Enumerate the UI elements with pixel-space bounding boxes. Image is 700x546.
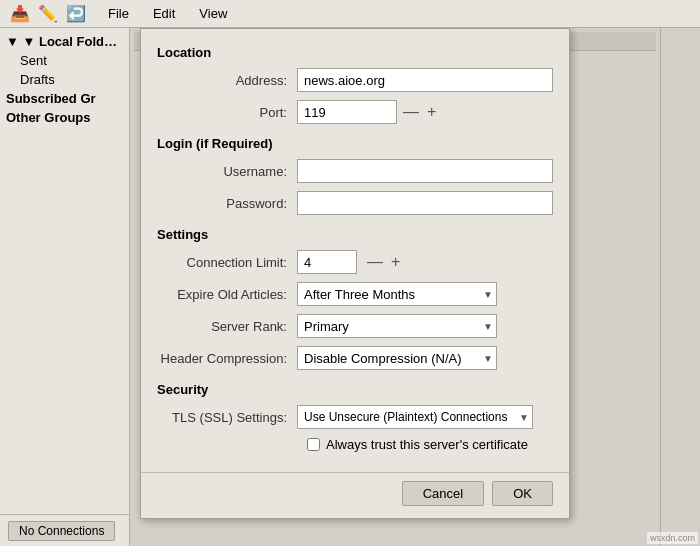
location-section-title: Location	[157, 45, 553, 60]
get-messages-icon[interactable]: 📥	[8, 2, 32, 26]
server-rank-control: Primary Secondary Disabled ▼	[297, 314, 553, 338]
menu-edit[interactable]: Edit	[145, 4, 183, 23]
password-row: Password:	[157, 191, 553, 215]
sidebar-item-subscribed[interactable]: Subscribed Gr	[0, 89, 129, 108]
address-control	[297, 68, 553, 92]
username-input[interactable]	[297, 159, 553, 183]
server-rank-select[interactable]: Primary Secondary Disabled	[297, 314, 497, 338]
tls-row: TLS (SSL) Settings: Use Unsecure (Plaint…	[157, 405, 553, 429]
port-control: — +	[297, 100, 553, 124]
tls-select-wrapper: Use Unsecure (Plaintext) Connections Use…	[297, 405, 533, 429]
sidebar: ▼ ▼ Local Folders Sent Drafts Subscribed…	[0, 28, 130, 546]
header-compression-control: Disable Compression (N/A) Enable Compres…	[297, 346, 553, 370]
folder-toggle-icon: ▼	[6, 34, 22, 49]
folder-tree: ▼ ▼ Local Folders Sent Drafts Subscribed…	[0, 28, 129, 514]
server-rank-row: Server Rank: Primary Secondary Disabled …	[157, 314, 553, 338]
expire-old-select-wrapper: Never After One Day After One Week After…	[297, 282, 497, 306]
port-row: Port: — +	[157, 100, 553, 124]
no-connections-button[interactable]: No Connections	[8, 521, 115, 541]
password-input[interactable]	[297, 191, 553, 215]
app-window: 📥 ✏️ ↩️ File Edit View ▼ ▼ Local Folders…	[0, 0, 700, 546]
connection-limit-decrement-button[interactable]: —	[365, 253, 385, 271]
always-trust-checkbox[interactable]	[307, 438, 320, 451]
sidebar-item-other[interactable]: Other Groups	[0, 108, 129, 127]
server-rank-select-wrapper: Primary Secondary Disabled ▼	[297, 314, 497, 338]
write-icon[interactable]: ✏️	[36, 2, 60, 26]
menu-bar: 📥 ✏️ ↩️ File Edit View	[0, 0, 700, 28]
account-settings-dialog: Location Address: Port: — +	[140, 28, 570, 519]
expire-old-label: Expire Old Articles:	[157, 287, 297, 302]
dialog-content: Location Address: Port: — +	[141, 29, 569, 472]
port-label: Port:	[157, 105, 297, 120]
username-label: Username:	[157, 164, 297, 179]
password-label: Password:	[157, 196, 297, 211]
main-content: Sco Location Address: Port:	[130, 28, 700, 546]
sidebar-item-drafts[interactable]: Drafts	[0, 70, 129, 89]
port-input[interactable]	[297, 100, 397, 124]
reply-icon[interactable]: ↩️	[64, 2, 88, 26]
port-decrement-button[interactable]: —	[401, 103, 421, 121]
header-compression-row: Header Compression: Disable Compression …	[157, 346, 553, 370]
expire-old-select[interactable]: Never After One Day After One Week After…	[297, 282, 497, 306]
connection-limit-spinners: — +	[365, 253, 402, 271]
status-bar: No Connections	[0, 514, 129, 546]
dialog-footer: Cancel OK	[141, 472, 569, 518]
always-trust-label: Always trust this server's certificate	[326, 437, 528, 452]
connection-limit-input[interactable]	[297, 250, 357, 274]
username-control	[297, 159, 553, 183]
server-rank-label: Server Rank:	[157, 319, 297, 334]
connection-limit-row: Connection Limit: — +	[157, 250, 553, 274]
expire-old-control: Never After One Day After One Week After…	[297, 282, 553, 306]
header-compression-label: Header Compression:	[157, 351, 297, 366]
header-compression-select-wrapper: Disable Compression (N/A) Enable Compres…	[297, 346, 497, 370]
address-input[interactable]	[297, 68, 553, 92]
header-compression-select[interactable]: Disable Compression (N/A) Enable Compres…	[297, 346, 497, 370]
menu-file[interactable]: File	[100, 4, 137, 23]
username-row: Username:	[157, 159, 553, 183]
sidebar-item-sent[interactable]: Sent	[0, 51, 129, 70]
toolbar-icons: 📥 ✏️ ↩️	[4, 0, 92, 28]
connection-limit-label: Connection Limit:	[157, 255, 297, 270]
address-row: Address:	[157, 68, 553, 92]
connection-limit-increment-button[interactable]: +	[389, 253, 402, 271]
password-control	[297, 191, 553, 215]
port-increment-button[interactable]: +	[425, 103, 438, 121]
address-label: Address:	[157, 73, 297, 88]
cancel-button[interactable]: Cancel	[402, 481, 484, 506]
menu-view[interactable]: View	[191, 4, 235, 23]
connection-limit-control: — +	[297, 250, 553, 274]
login-section-title: Login (if Required)	[157, 136, 553, 151]
expire-old-row: Expire Old Articles: Never After One Day…	[157, 282, 553, 306]
content-area: ▼ ▼ Local Folders Sent Drafts Subscribed…	[0, 28, 700, 546]
settings-section-title: Settings	[157, 227, 553, 242]
tls-label: TLS (SSL) Settings:	[157, 410, 297, 425]
right-panel	[660, 28, 700, 546]
tls-control: Use Unsecure (Plaintext) Connections Use…	[297, 405, 553, 429]
security-section-title: Security	[157, 382, 553, 397]
sidebar-item-local-folders[interactable]: ▼ ▼ Local Folders	[0, 32, 129, 51]
always-trust-row: Always trust this server's certificate	[307, 437, 553, 452]
watermark: wsxdn.com	[647, 532, 698, 544]
scrollbar-track[interactable]	[661, 28, 700, 546]
tls-select[interactable]: Use Unsecure (Plaintext) Connections Use…	[297, 405, 533, 429]
ok-button[interactable]: OK	[492, 481, 553, 506]
